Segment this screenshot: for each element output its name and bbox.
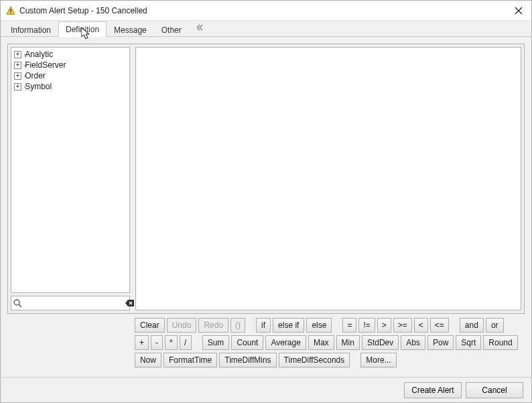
count-button[interactable]: Count [231, 335, 263, 350]
close-icon[interactable] [511, 3, 526, 18]
svg-point-6 [14, 300, 19, 305]
search-row [11, 296, 130, 310]
footer: Create Alert Cancel [1, 377, 531, 402]
timediffmins-button[interactable]: TimeDiffMins [219, 353, 276, 367]
lt-button[interactable]: < [414, 318, 428, 333]
average-button[interactable]: Average [265, 335, 306, 350]
undo-button[interactable]: Undo [167, 318, 197, 333]
search-icon [13, 298, 22, 308]
expander-icon[interactable]: + [14, 72, 21, 80]
expander-icon[interactable]: + [14, 51, 21, 58]
tab-definition[interactable]: Definition [58, 21, 107, 37]
elseif-button[interactable]: else if [273, 318, 304, 333]
more-button[interactable]: More... [360, 353, 396, 367]
abs-button[interactable]: Abs [401, 335, 425, 350]
if-button[interactable]: if [256, 318, 271, 333]
tab-information[interactable]: Information [3, 22, 58, 37]
or-button[interactable]: or [486, 318, 504, 333]
formattime-button[interactable]: FormatTime [163, 353, 217, 367]
search-input[interactable] [22, 298, 125, 308]
toolbar-row-1: Clear Undo Redo () if else if else = != … [135, 318, 525, 333]
tree-item-fieldserver[interactable]: +·· FieldServer [14, 60, 127, 70]
now-button[interactable]: Now [135, 353, 161, 367]
clear-search-icon[interactable] [125, 299, 135, 307]
field-tree[interactable]: +·· Analytic +·· FieldServer +·· Order +… [11, 47, 130, 293]
clear-button[interactable]: Clear [135, 318, 165, 333]
and-button[interactable]: and [460, 318, 484, 333]
stddev-button[interactable]: StdDev [362, 335, 399, 350]
svg-rect-1 [10, 9, 11, 11]
gt-button[interactable]: > [377, 318, 391, 333]
create-alert-button[interactable]: Create Alert [404, 382, 462, 398]
tree-label: FieldServer [25, 60, 66, 70]
mul-button[interactable]: * [165, 335, 178, 350]
pow-button[interactable]: Pow [427, 335, 454, 350]
svg-rect-2 [10, 12, 11, 13]
main-panels: +·· Analytic +·· FieldServer +·· Order +… [7, 44, 525, 314]
expander-icon[interactable]: + [14, 83, 21, 91]
tree-label: Order [25, 71, 46, 80]
tree-item-symbol[interactable]: +·· Symbol [14, 81, 127, 92]
tree-label: Symbol [25, 82, 52, 91]
redo-button[interactable]: Redo [198, 318, 228, 333]
window-warning-icon [6, 6, 15, 15]
editor-panel [135, 47, 521, 310]
else-button[interactable]: else [306, 318, 332, 333]
toolbar-row-3: Now FormatTime TimeDiffMins TimeDiffSeco… [135, 353, 525, 367]
toolbar-rows: Clear Undo Redo () if else if else = != … [135, 314, 525, 370]
plus-button[interactable]: + [135, 335, 149, 350]
neq-button[interactable]: != [358, 318, 375, 333]
timediffseconds-button[interactable]: TimeDiffSeconds [279, 353, 350, 367]
sum-button[interactable]: Sum [202, 335, 230, 350]
titlebar: Custom Alert Setup - 150 Cancelled [1, 1, 531, 21]
round-button[interactable]: Round [483, 335, 517, 350]
expression-editor[interactable] [135, 47, 521, 310]
tabstrip: Information Definition Message Other [1, 21, 531, 37]
eq-button[interactable]: = [342, 318, 356, 333]
content-area: +·· Analytic +·· FieldServer +·· Order +… [1, 37, 531, 377]
div-button[interactable]: / [180, 335, 192, 350]
tree-label: Analytic [25, 50, 53, 59]
left-panel: +·· Analytic +·· FieldServer +·· Order +… [11, 47, 130, 310]
toolbar-row-2: + - * / Sum Count Average Max Min StdDev… [135, 335, 525, 350]
tab-other[interactable]: Other [154, 22, 189, 37]
gte-button[interactable]: >= [393, 318, 412, 333]
window-title: Custom Alert Setup - 150 Cancelled [19, 6, 147, 15]
lte-button[interactable]: <= [430, 318, 449, 333]
tab-message[interactable]: Message [107, 22, 154, 37]
cancel-button[interactable]: Cancel [466, 382, 523, 398]
minus-button[interactable]: - [151, 335, 163, 350]
tree-item-analytic[interactable]: +·· Analytic [14, 49, 127, 60]
max-button[interactable]: Max [308, 335, 334, 350]
min-button[interactable]: Min [336, 335, 360, 350]
tree-item-order[interactable]: +·· Order [14, 70, 127, 81]
expander-icon[interactable]: + [14, 62, 21, 69]
paren-button[interactable]: () [230, 318, 245, 333]
sqrt-button[interactable]: Sqrt [456, 335, 481, 350]
svg-line-7 [19, 304, 21, 307]
window-root: Custom Alert Setup - 150 Cancelled Infor… [0, 0, 532, 403]
tab-nav-back-icon[interactable] [193, 21, 209, 36]
